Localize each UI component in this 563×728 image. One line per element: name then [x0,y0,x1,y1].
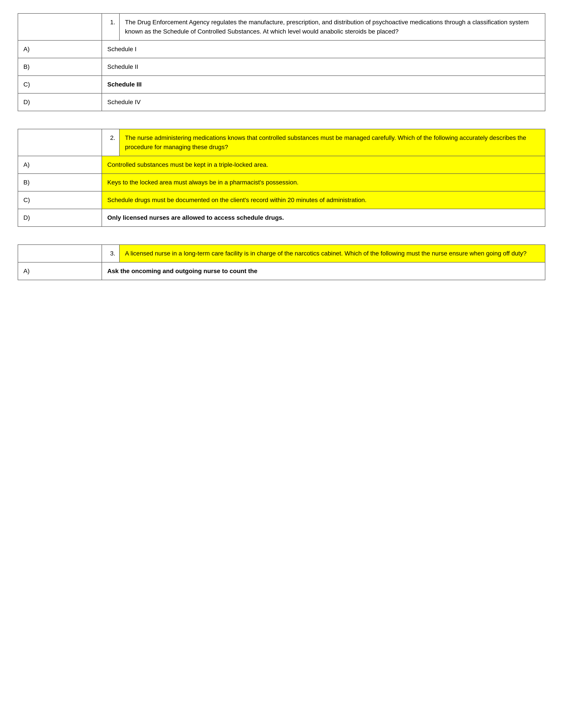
question-2: 2. The nurse administering medications k… [18,129,545,227]
q2-optD-text: Only licensed nurses are allowed to acce… [102,209,545,227]
q3-optA-label: A) [18,262,102,280]
q2-optA-text: Controlled substances must be kept in a … [102,156,545,174]
q1-label-cell [18,13,102,40]
q2-label-cell [18,129,102,156]
q1-optB-text: Schedule II [102,58,545,76]
q3-label-cell [18,245,102,262]
q3-number: 3. [102,245,119,262]
q2-optA-label: A) [18,156,102,174]
q1-optB-label: B) [18,58,102,76]
q1-optC-label: C) [18,76,102,93]
q2-optB-label: B) [18,174,102,191]
q2-optB-text: Keys to the locked area must always be i… [102,174,545,191]
q1-optA-label: A) [18,40,102,58]
q1-number: 1. [102,13,119,40]
q2-number: 2. [102,129,119,156]
q3-optA-text: Ask the oncoming and outgoing nurse to c… [102,262,545,280]
q1-optA-text: Schedule I [102,40,545,58]
q1-question-text: The Drug Enforcement Agency regulates th… [119,13,545,40]
q2-question-text: The nurse administering medications know… [119,129,545,156]
q2-optD-label: D) [18,209,102,227]
q1-optD-text: Schedule IV [102,93,545,111]
q1-optC-text: Schedule III [102,76,545,93]
question-1: 1. The Drug Enforcement Agency regulates… [18,13,545,111]
q2-optC-text: Schedule drugs must be documented on the… [102,191,545,209]
question-3: 3. A licensed nurse in a long-term care … [18,244,545,280]
q2-optC-label: C) [18,191,102,209]
q1-optD-label: D) [18,93,102,111]
q3-question-text: A licensed nurse in a long-term care fac… [119,245,545,262]
